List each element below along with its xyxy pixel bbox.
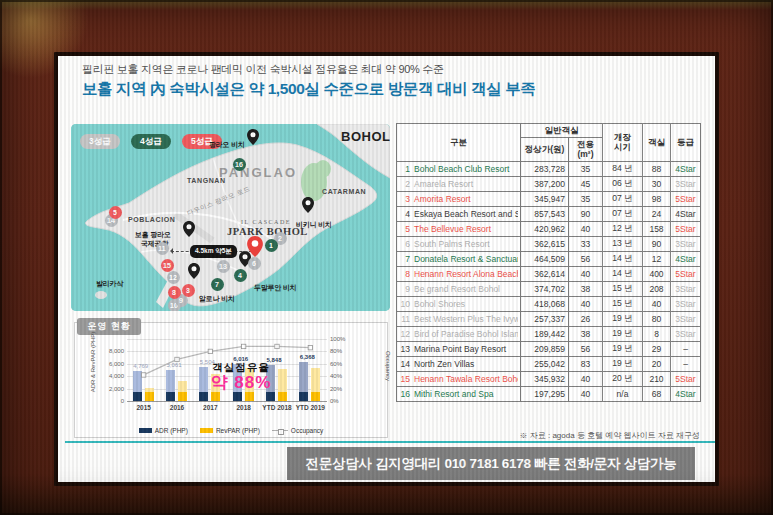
map-pin-1: 1 [265,239,278,252]
area-cell: 40 [569,371,603,386]
revpar-bar-base [145,392,154,401]
resort-number: 14 [399,359,410,369]
map-pin-4: 4 [234,269,247,282]
open-year-cell: 06 년 [603,176,643,191]
grade-cell: 4Star [671,206,701,221]
resort-number: 1 [399,164,410,174]
resort-name-wrap: 1Bohol Beach Club Resort [399,164,518,174]
resort-name-wrap: 14North Zen Villas [399,359,518,369]
area-cell: 45 [569,176,603,191]
map-label: 발리카삭 [96,279,123,289]
resort-name: South Palms Resort [414,239,490,249]
resort-name-cell: 13Marina Point Bay Resort [397,341,521,356]
legend-label: RevPAR (PHP) [216,427,260,434]
table-row: 5The Bellevue Resort420,9624012 년1585Sta… [397,221,701,236]
col-header-open: 개장시기 [603,124,643,162]
rooms-cell: 20 [643,356,671,371]
distance-arrow-left [167,248,173,254]
adr-bar-base [266,392,275,401]
resort-name-wrap: 7Donatela Resort & Sanctuary [399,254,518,264]
bar-value-label: 6,368 [285,354,329,360]
open-year-cell: 19 년 [603,356,643,371]
open-year-cell: 19 년 [603,341,643,356]
resort-name-cell: 6South Palms Resort [397,236,521,251]
resort-name-wrap: 8Henann Resort Alona Beach [399,269,518,279]
col-header-price: 정상가(원) [521,137,569,161]
resort-table: 구분 일반객실 개장시기 객실 등급 정상가(원) 전용(m²) 1Bohol … [396,123,701,402]
resort-name: Eskaya Beach Resort and Spa [414,209,518,219]
resort-name: Amorita Resort [414,194,471,204]
revpar-bar-base [278,392,287,401]
legend-item: RevPAR (PHP) [200,427,260,434]
gridline [127,401,327,402]
table-footnote: ※ 자료 : agoda 등 호텔 예약 웹사이트 자료 재구성 [396,430,700,441]
resort-name-wrap: 13Marina Point Bay Resort [399,344,518,354]
table-row: 14North Zen Villas255,0428319 년20– [397,356,701,371]
map-pin-15: 15 [161,259,174,272]
left-axis-tick: 4,000 [100,373,124,379]
chart-panel: 운영 현황 ADR & RevPAR (PHP) Occupancy 0%20%… [74,322,388,438]
grade-cell: 5Star [671,221,701,236]
grade-cell: 4Star [671,161,701,176]
resort-name-wrap: 9Be grand Resort Bohol [399,284,518,294]
resort-name-cell: 16Mithi Resort and Spa [397,386,521,401]
page-subtitle: 필리핀 보홀 지역은 코로나 팬데믹 이전 숙박시설 점유율은 최대 약 90%… [82,62,444,77]
price-cell: 420,962 [521,221,569,236]
teal-divider [65,441,715,443]
resort-number: 16 [399,389,410,399]
revpar-bar-base [245,392,254,401]
rooms-cell: 88 [643,161,671,176]
resort-number: 11 [399,314,410,324]
resort-name: Mithi Resort and Spa [414,389,493,399]
resort-name-wrap: 6South Palms Resort [399,239,518,249]
left-axis-tick: 0 [100,398,124,404]
annotation-line1: 객실점유율 [183,361,299,373]
grade-cell: 3Star [671,311,701,326]
table-row: 13Marina Point Bay Resort209,8595619 년29… [397,341,701,356]
right-axis-tick: 20% [330,386,354,392]
resort-name-wrap: 3Amorita Resort [399,194,518,204]
jpark-location-pin-icon [247,236,263,257]
resort-name-cell: 14North Zen Villas [397,356,521,371]
area-cell: 56 [569,251,603,266]
right-axis-tick: 0% [330,398,354,404]
area-cell: 38 [569,326,603,341]
col-header-room-group: 일반객실 [521,124,603,138]
map-label: POBLACION [128,216,175,223]
map-pin-6: 6 [248,257,261,270]
open-year-cell: 13 년 [603,236,643,251]
map-label: 팡라오 비치 [209,140,245,150]
open-year-cell: 14 년 [603,251,643,266]
revpar-bar-base [178,392,187,401]
rooms-cell: 30 [643,176,671,191]
resort-name: Marina Point Bay Resort [414,344,506,354]
price-cell: 345,932 [521,371,569,386]
resort-name-cell: 12Bird of Paradise Bohol Island [397,326,521,341]
legend-label: Occupancy [291,427,324,434]
open-year-cell: 19 년 [603,326,643,341]
open-year-cell: 20 년 [603,371,643,386]
area-cell: 26 [569,311,603,326]
area-cell: 83 [569,356,603,371]
right-axis-tick: 100% [330,336,354,342]
price-cell: 418,068 [521,296,569,311]
open-year-cell: 14 년 [603,266,643,281]
right-axis-tick: 60% [330,361,354,367]
slide: 필리핀 보홀 지역은 코로나 팬데믹 이전 숙박시설 점유율은 최대 약 90%… [58,56,715,482]
chart-annotation: 객실점유율 약 88% [183,361,299,393]
rooms-cell: 90 [643,236,671,251]
resort-number: 6 [399,239,410,249]
table-row: 10Bohol Shores418,0684015 년403Star [397,296,701,311]
revpar-bar-base [211,392,220,401]
table-row: 6South Palms Resort362,6153313 년903Star [397,236,701,251]
resort-name-cell: 3Amorita Resort [397,191,521,206]
airport-pin-icon [183,221,195,237]
left-axis-tick: 2,000 [100,386,124,392]
resort-name-cell: 4Eskaya Beach Resort and Spa [397,206,521,221]
grade-cell: 5Star [671,266,701,281]
open-year-cell: 07 년 [603,206,643,221]
resort-name: Henann Tawala Resort Bohol [414,374,518,384]
area-cell: 40 [569,266,603,281]
map-label: 알로나 비치 [199,294,235,304]
rooms-cell: 80 [643,311,671,326]
